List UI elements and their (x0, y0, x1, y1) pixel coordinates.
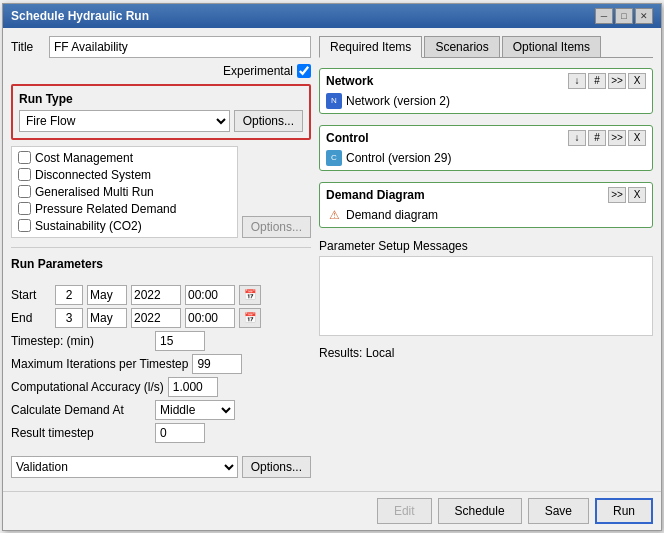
control-arrow-btn[interactable]: >> (608, 130, 626, 146)
demand-icon: ⚠ (326, 207, 342, 223)
network-section: Network ↓ # >> X N Network (version 2) (319, 68, 653, 114)
maximize-btn[interactable]: □ (615, 8, 633, 24)
window-controls: ─ □ ✕ (595, 8, 653, 24)
network-down-btn[interactable]: ↓ (568, 73, 586, 89)
demand-header: Demand Diagram >> X (326, 187, 646, 203)
content-area: Title Experimental Run Type Fire Flow No… (3, 28, 661, 491)
right-panel: Required Items Scenarios Optional Items … (319, 36, 653, 483)
timestep-row: Timestep: (min) (11, 331, 311, 351)
start-time-input[interactable] (185, 285, 235, 305)
experimental-checkbox[interactable] (297, 64, 311, 78)
run-type-select[interactable]: Fire Flow Normal Fire Flow Availability (19, 110, 230, 132)
title-input[interactable] (49, 36, 311, 58)
title-bar: Schedule Hydraulic Run ─ □ ✕ (3, 4, 661, 28)
comp-acc-row: Computational Accuracy (l/s) (11, 377, 311, 397)
network-arrow-btn[interactable]: >> (608, 73, 626, 89)
sustainability-label: Sustainability (CO2) (35, 219, 142, 233)
bottom-buttons: Edit Schedule Save Run (3, 491, 661, 530)
run-type-box: Run Type Fire Flow Normal Fire Flow Avai… (11, 84, 311, 140)
result-timestep-input[interactable] (155, 423, 205, 443)
start-year-input[interactable] (131, 285, 181, 305)
demand-section: Demand Diagram >> X ⚠ Demand diagram (319, 182, 653, 228)
edit-btn[interactable]: Edit (377, 498, 432, 524)
network-item-row: N Network (version 2) (326, 93, 646, 109)
close-btn[interactable]: ✕ (635, 8, 653, 24)
network-remove-btn[interactable]: X (628, 73, 646, 89)
tab-optional-items[interactable]: Optional Items (502, 36, 601, 57)
validation-options-btn[interactable]: Options... (242, 456, 311, 478)
network-icon: N (326, 93, 342, 109)
demand-title: Demand Diagram (326, 188, 425, 202)
network-hash-btn[interactable]: # (588, 73, 606, 89)
tab-required-items[interactable]: Required Items (319, 36, 422, 58)
param-setup-label: Parameter Setup Messages (319, 239, 653, 253)
validation-select[interactable]: Validation Calibration (11, 456, 238, 478)
window-title: Schedule Hydraulic Run (11, 9, 149, 23)
control-item-label: Control (version 29) (346, 151, 451, 165)
generalised-checkbox[interactable] (18, 185, 31, 198)
param-setup-box (319, 256, 653, 336)
control-section: Control ↓ # >> X C Control (version 29) (319, 125, 653, 171)
tab-scenarios[interactable]: Scenarios (424, 36, 499, 57)
result-timestep-row: Result timestep (11, 423, 311, 443)
demand-item-row: ⚠ Demand diagram (326, 207, 646, 223)
control-remove-btn[interactable]: X (628, 130, 646, 146)
run-type-label: Run Type (19, 92, 303, 106)
cost-management-label: Cost Management (35, 151, 133, 165)
pressure-checkbox[interactable] (18, 202, 31, 215)
max-iter-input[interactable] (192, 354, 242, 374)
end-year-input[interactable] (131, 308, 181, 328)
checkboxes-options-btn[interactable]: Options... (242, 216, 311, 238)
end-month-input[interactable] (87, 308, 127, 328)
run-type-row: Fire Flow Normal Fire Flow Availability … (19, 110, 303, 132)
save-btn[interactable]: Save (528, 498, 589, 524)
end-calendar-btn[interactable]: 📅 (239, 308, 261, 328)
control-hash-btn[interactable]: # (588, 130, 606, 146)
calc-demand-select[interactable]: Middle Start End (155, 400, 235, 420)
title-label: Title (11, 40, 41, 54)
timestep-label: Timestep: (min) (11, 334, 151, 348)
demand-arrow-btn[interactable]: >> (608, 187, 626, 203)
calc-demand-row: Calculate Demand At Middle Start End (11, 400, 311, 420)
control-icon: C (326, 150, 342, 166)
title-row: Title (11, 36, 311, 58)
run-params-section: Run Parameters Start 📅 End (11, 257, 311, 446)
disconnected-label: Disconnected System (35, 168, 151, 182)
start-calendar-btn[interactable]: 📅 (239, 285, 261, 305)
control-down-btn[interactable]: ↓ (568, 130, 586, 146)
tabs: Required Items Scenarios Optional Items (319, 36, 653, 58)
demand-remove-btn[interactable]: X (628, 187, 646, 203)
control-item-row: C Control (version 29) (326, 150, 646, 166)
schedule-btn[interactable]: Schedule (438, 498, 522, 524)
end-time-input[interactable] (185, 308, 235, 328)
generalised-label: Generalised Multi Run (35, 185, 154, 199)
start-month-input[interactable] (87, 285, 127, 305)
bottom-select-row: Validation Calibration Options... (11, 456, 311, 478)
timestep-input[interactable] (155, 331, 205, 351)
start-label: Start (11, 288, 51, 302)
checkbox-cost-management: Cost Management (18, 151, 231, 165)
control-header: Control ↓ # >> X (326, 130, 646, 146)
comp-acc-input[interactable] (168, 377, 218, 397)
run-btn[interactable]: Run (595, 498, 653, 524)
end-day-input[interactable] (55, 308, 83, 328)
max-iter-label: Maximum Iterations per Timestep (11, 357, 188, 371)
run-params-label: Run Parameters (11, 257, 311, 271)
comp-acc-label: Computational Accuracy (l/s) (11, 380, 164, 394)
network-header: Network ↓ # >> X (326, 73, 646, 89)
disconnected-checkbox[interactable] (18, 168, 31, 181)
param-setup-section: Parameter Setup Messages (319, 239, 653, 336)
control-btns: ↓ # >> X (568, 130, 646, 146)
minimize-btn[interactable]: ─ (595, 8, 613, 24)
end-row: End 📅 (11, 308, 311, 328)
sustainability-checkbox[interactable] (18, 219, 31, 232)
run-type-options-btn[interactable]: Options... (234, 110, 303, 132)
calc-demand-label: Calculate Demand At (11, 403, 151, 417)
demand-item-label: Demand diagram (346, 208, 438, 222)
main-window: Schedule Hydraulic Run ─ □ ✕ Title Exper… (2, 3, 662, 531)
cost-management-checkbox[interactable] (18, 151, 31, 164)
checkbox-sustainability: Sustainability (CO2) (18, 219, 231, 233)
result-timestep-label: Result timestep (11, 426, 151, 440)
network-btns: ↓ # >> X (568, 73, 646, 89)
start-day-input[interactable] (55, 285, 83, 305)
